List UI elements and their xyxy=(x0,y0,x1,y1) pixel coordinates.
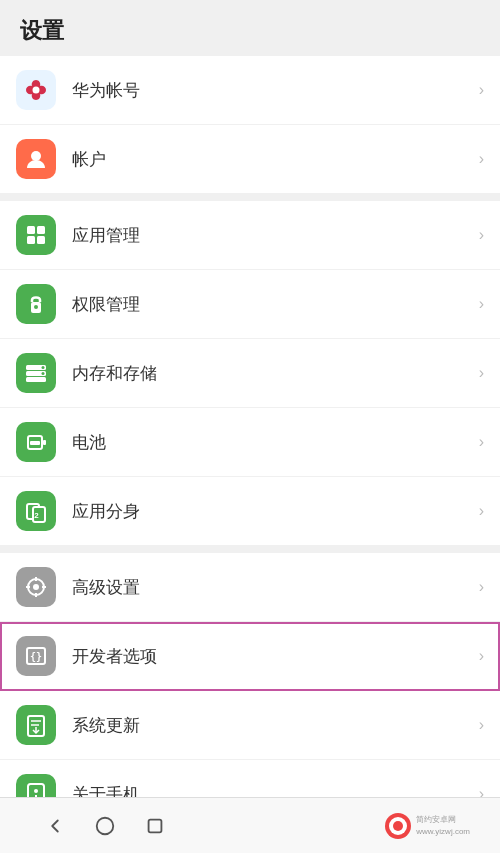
permission-icon xyxy=(16,284,56,324)
settings-item-developer[interactable]: {} 开发者选项 › xyxy=(0,622,500,691)
about-icon xyxy=(16,774,56,797)
home-button[interactable] xyxy=(80,806,130,846)
settings-group-3: 高级设置 › {} 开发者选项 › xyxy=(0,553,500,797)
settings-page: 设置 华为帐号 › xyxy=(0,0,500,853)
chevron-icon: › xyxy=(479,364,484,382)
chevron-icon: › xyxy=(479,295,484,313)
back-button[interactable] xyxy=(30,806,80,846)
app-manage-icon xyxy=(16,215,56,255)
recent-button[interactable] xyxy=(130,806,180,846)
settings-group-1: 华为帐号 › 帐户 › xyxy=(0,56,500,193)
svg-rect-10 xyxy=(26,377,46,382)
svg-rect-5 xyxy=(37,236,45,244)
svg-rect-4 xyxy=(27,236,35,244)
chevron-icon: › xyxy=(479,716,484,734)
chevron-icon: › xyxy=(479,785,484,797)
settings-list: 华为帐号 › 帐户 › xyxy=(0,56,500,797)
watermark: 简约安卓网 www.yizwj.com xyxy=(416,814,470,836)
svg-rect-14 xyxy=(43,440,46,445)
svg-point-12 xyxy=(42,372,45,375)
settings-item-storage[interactable]: 内存和存储 › xyxy=(0,339,500,408)
svg-rect-15 xyxy=(30,441,40,445)
about-label: 关于手机 xyxy=(72,783,471,798)
bottom-nav: 简约安卓网 www.yizwj.com xyxy=(0,797,500,853)
settings-item-battery[interactable]: 电池 › xyxy=(0,408,500,477)
storage-label: 内存和存储 xyxy=(72,362,471,385)
chevron-icon: › xyxy=(479,226,484,244)
update-icon xyxy=(16,705,56,745)
storage-icon xyxy=(16,353,56,393)
chevron-icon: › xyxy=(479,578,484,596)
svg-text:{}: {} xyxy=(30,651,42,662)
svg-rect-35 xyxy=(149,819,162,832)
settings-item-update[interactable]: 系统更新 › xyxy=(0,691,500,760)
settings-item-account[interactable]: 帐户 › xyxy=(0,125,500,193)
chevron-icon: › xyxy=(479,81,484,99)
huawei-account-icon xyxy=(16,70,56,110)
page-title: 设置 xyxy=(0,0,500,56)
account-icon xyxy=(16,139,56,179)
svg-text:2: 2 xyxy=(34,511,39,520)
settings-item-advanced[interactable]: 高级设置 › xyxy=(0,553,500,622)
app-twin-icon: 2 xyxy=(16,491,56,531)
battery-icon xyxy=(16,422,56,462)
watermark-logo xyxy=(384,812,412,840)
settings-item-permission[interactable]: 权限管理 › xyxy=(0,270,500,339)
svg-point-20 xyxy=(33,584,39,590)
app-twin-label: 应用分身 xyxy=(72,500,471,523)
svg-rect-3 xyxy=(37,226,45,234)
svg-rect-2 xyxy=(27,226,35,234)
huawei-account-label: 华为帐号 xyxy=(72,79,471,102)
settings-item-huawei-account[interactable]: 华为帐号 › xyxy=(0,56,500,125)
developer-label: 开发者选项 xyxy=(72,645,471,668)
settings-item-app-twin[interactable]: 2 应用分身 › xyxy=(0,477,500,545)
update-label: 系统更新 xyxy=(72,714,471,737)
chevron-icon: › xyxy=(479,647,484,665)
svg-point-7 xyxy=(34,305,38,309)
settings-item-app-manage[interactable]: 应用管理 › xyxy=(0,201,500,270)
chevron-icon: › xyxy=(479,502,484,520)
permission-label: 权限管理 xyxy=(72,293,471,316)
app-manage-label: 应用管理 xyxy=(72,224,471,247)
svg-point-38 xyxy=(393,821,403,831)
svg-point-34 xyxy=(97,817,114,834)
settings-item-about[interactable]: 关于手机 › xyxy=(0,760,500,797)
battery-label: 电池 xyxy=(72,431,471,454)
advanced-label: 高级设置 xyxy=(72,576,471,599)
chevron-icon: › xyxy=(479,150,484,168)
account-label: 帐户 xyxy=(72,148,471,171)
svg-point-11 xyxy=(42,366,45,369)
advanced-icon xyxy=(16,567,56,607)
svg-point-0 xyxy=(33,87,40,94)
svg-point-1 xyxy=(31,151,41,161)
developer-icon: {} xyxy=(16,636,56,676)
settings-group-2: 应用管理 › 权限管理 › xyxy=(0,201,500,545)
chevron-icon: › xyxy=(479,433,484,451)
svg-point-32 xyxy=(34,789,38,793)
